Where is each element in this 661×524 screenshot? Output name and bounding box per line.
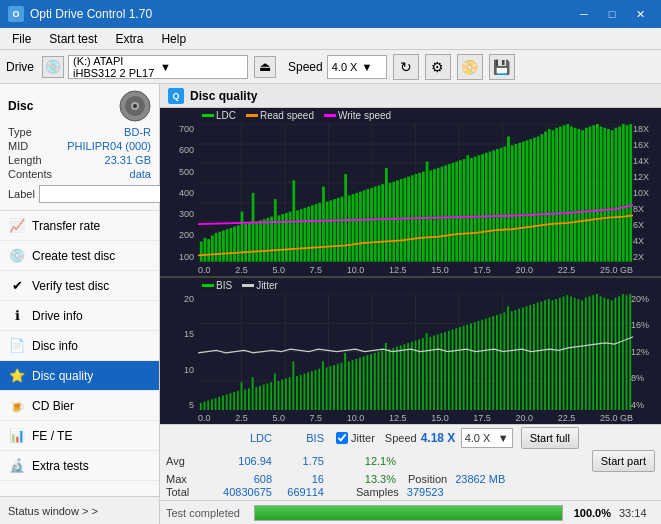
svg-rect-161 <box>226 394 228 410</box>
svg-rect-41 <box>270 217 273 262</box>
eject-button[interactable]: ⏏ <box>254 56 276 78</box>
refresh-button[interactable]: ↻ <box>393 54 419 80</box>
svg-rect-97 <box>478 155 481 261</box>
svg-rect-244 <box>533 303 535 410</box>
drive-select[interactable]: (K:) ATAPI iHBS312 2 PL17 ▼ <box>68 55 248 79</box>
svg-rect-71 <box>381 184 384 262</box>
svg-rect-185 <box>315 370 317 410</box>
max-jitter: 13.3% <box>348 473 396 485</box>
maximize-button[interactable]: □ <box>599 4 625 24</box>
settings-button[interactable]: ⚙ <box>425 54 451 80</box>
disc-type-row: Type BD-R <box>8 126 151 138</box>
svg-rect-200 <box>370 354 372 410</box>
svg-rect-220 <box>444 332 446 410</box>
sidebar-item-verify-test-disc[interactable]: ✔ Verify test disc <box>0 271 159 301</box>
svg-rect-211 <box>411 341 413 410</box>
svg-rect-223 <box>455 328 457 410</box>
chart-ldc: 700 600 500 400 300 200 100 <box>160 108 661 277</box>
disc-label-row: Label ✎ <box>8 184 151 204</box>
avg-bis: 1.75 <box>276 455 324 467</box>
avg-ldc: 106.94 <box>212 455 272 467</box>
svg-rect-119 <box>559 127 562 262</box>
svg-rect-34 <box>244 224 247 262</box>
svg-rect-260 <box>592 295 594 410</box>
svg-rect-46 <box>289 212 292 262</box>
svg-rect-130 <box>600 127 603 262</box>
speed-select-stat[interactable]: 4.0 X ▼ <box>461 428 513 448</box>
status-window-button[interactable]: Status window > > <box>0 496 159 524</box>
svg-rect-209 <box>403 344 405 410</box>
svg-rect-218 <box>437 334 439 410</box>
svg-rect-106 <box>511 145 514 261</box>
menu-file[interactable]: File <box>4 30 39 48</box>
svg-rect-70 <box>378 185 381 261</box>
svg-rect-58 <box>333 199 336 262</box>
chart2-svg <box>198 294 633 410</box>
svg-rect-84 <box>429 170 432 261</box>
menu-start-test[interactable]: Start test <box>41 30 105 48</box>
svg-rect-124 <box>577 129 580 262</box>
sidebar-item-label: FE / TE <box>32 429 72 443</box>
svg-rect-87 <box>440 167 443 262</box>
svg-rect-167 <box>248 388 250 410</box>
close-button[interactable]: ✕ <box>627 4 653 24</box>
svg-rect-179 <box>292 361 294 410</box>
chart1-x-labels: 0.0 2.5 5.0 7.5 10.0 12.5 15.0 17.5 20.0… <box>198 265 633 275</box>
drive-icon-btn[interactable]: 💿 <box>42 56 64 78</box>
svg-rect-208 <box>400 345 402 410</box>
cd-button[interactable]: 📀 <box>457 54 483 80</box>
disc-section: Disc Type BD-R MID PHILIPR04 (000) Lengt… <box>0 84 159 211</box>
disc-length-row: Length 23.31 GB <box>8 154 151 166</box>
chart1-svg <box>198 124 633 262</box>
sidebar-item-disc-info[interactable]: 📄 Disc info <box>0 331 159 361</box>
sidebar-item-label: Drive info <box>32 309 83 323</box>
main-layout: Disc Type BD-R MID PHILIPR04 (000) Lengt… <box>0 84 661 524</box>
minimize-button[interactable]: ─ <box>571 4 597 24</box>
jitter-checkbox[interactable] <box>336 432 348 444</box>
svg-rect-22 <box>200 242 203 262</box>
progress-time: 33:14 <box>619 507 655 519</box>
svg-rect-213 <box>418 339 420 410</box>
svg-rect-91 <box>455 162 458 262</box>
sidebar-item-create-test-disc[interactable]: 💿 Create test disc <box>0 241 159 271</box>
progress-bar-outer <box>254 505 563 521</box>
svg-rect-192 <box>341 362 343 410</box>
sidebar-item-drive-info[interactable]: ℹ Drive info <box>0 301 159 331</box>
total-label: Total <box>166 486 208 498</box>
start-part-button[interactable]: Start part <box>592 450 655 472</box>
svg-rect-33 <box>241 212 244 262</box>
sidebar-item-fe-te[interactable]: 📊 FE / TE <box>0 421 159 451</box>
sidebar-item-extra-tests[interactable]: 🔬 Extra tests <box>0 451 159 481</box>
svg-rect-103 <box>500 148 503 262</box>
create-test-disc-icon: 💿 <box>8 247 26 265</box>
speed-select[interactable]: 4.0 X ▼ <box>327 55 387 79</box>
sidebar-item-disc-quality[interactable]: ⭐ Disc quality <box>0 361 159 391</box>
svg-rect-230 <box>481 319 483 410</box>
svg-rect-24 <box>207 239 210 262</box>
svg-rect-216 <box>429 337 431 410</box>
start-full-button[interactable]: Start full <box>521 427 579 449</box>
svg-rect-117 <box>552 130 555 261</box>
svg-rect-160 <box>222 395 224 410</box>
svg-rect-59 <box>337 198 340 262</box>
svg-rect-31 <box>233 227 236 262</box>
sidebar-item-cd-bier[interactable]: 🍺 CD Bier <box>0 391 159 421</box>
save-button[interactable]: 💾 <box>489 54 515 80</box>
svg-rect-75 <box>396 180 399 261</box>
svg-rect-74 <box>392 182 395 262</box>
svg-rect-262 <box>600 296 602 410</box>
stats-max-row: Max 608 16 13.3% Position 23862 MB <box>166 473 655 485</box>
menu-extra[interactable]: Extra <box>107 30 151 48</box>
sidebar-item-transfer-rate[interactable]: 📈 Transfer rate <box>0 211 159 241</box>
cd-bier-icon: 🍺 <box>8 397 26 415</box>
chart1-y-left: 700 600 500 400 300 200 100 <box>160 124 198 262</box>
sidebar-item-label: Extra tests <box>32 459 89 473</box>
svg-rect-121 <box>566 124 569 262</box>
position-value: 23862 MB <box>455 473 505 485</box>
menu-help[interactable]: Help <box>153 30 194 48</box>
svg-rect-96 <box>474 157 477 262</box>
svg-rect-258 <box>585 297 587 410</box>
svg-rect-221 <box>448 330 450 410</box>
svg-rect-202 <box>378 351 380 410</box>
svg-rect-163 <box>233 392 235 410</box>
